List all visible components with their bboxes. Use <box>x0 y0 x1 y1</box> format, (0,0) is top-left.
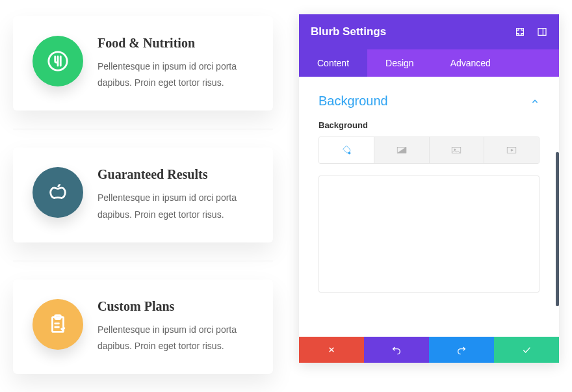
svg-rect-4 <box>538 29 546 36</box>
blurb-card-custom-plans[interactable]: Custom Plans Pellentesque in ipsum id or… <box>13 280 273 374</box>
tab-design[interactable]: Design <box>367 49 432 77</box>
bg-tab-color[interactable] <box>319 137 374 163</box>
expand-icon[interactable] <box>515 27 525 37</box>
divider <box>13 261 273 261</box>
bg-tab-image[interactable] <box>430 137 485 163</box>
redo-button[interactable] <box>429 337 494 363</box>
card-title: Food & Nutrition <box>98 36 254 51</box>
clipboard-check-icon <box>32 299 83 350</box>
svg-point-6 <box>348 152 350 154</box>
delete-button[interactable] <box>299 337 364 363</box>
settings-tabs: Content Design Advanced <box>299 49 559 77</box>
panel-header: Blurb Settings <box>299 14 559 49</box>
scrollbar-thumb[interactable] <box>556 152 559 306</box>
section-header-background[interactable]: Background <box>318 94 540 109</box>
background-type-tabs <box>318 137 540 164</box>
blurb-card-food-nutrition[interactable]: Food & Nutrition Pellentesque in ipsum i… <box>13 16 273 111</box>
card-title: Guaranteed Results <box>98 167 254 182</box>
layout-icon[interactable] <box>537 27 547 37</box>
card-desc: Pellentesque in ipsum id orci porta dapi… <box>98 190 254 222</box>
field-label-background: Background <box>318 120 540 130</box>
card-desc: Pellentesque in ipsum id orci porta dapi… <box>98 59 254 91</box>
divider <box>13 129 273 129</box>
utensils-icon <box>32 36 83 86</box>
svg-marker-12 <box>511 150 513 151</box>
undo-button[interactable] <box>364 337 429 363</box>
apple-icon <box>32 167 83 218</box>
bg-tab-video[interactable] <box>484 137 539 163</box>
svg-marker-8 <box>397 148 406 153</box>
blurb-card-guaranteed-results[interactable]: Guaranteed Results Pellentesque in ipsum… <box>13 148 273 242</box>
panel-body: Background Background <box>299 77 559 337</box>
settings-panel: Blurb Settings Content Design Advanced B… <box>299 14 559 363</box>
save-button[interactable] <box>494 337 559 363</box>
tab-advanced[interactable]: Advanced <box>432 49 509 77</box>
section-title: Background <box>318 94 388 109</box>
bg-tab-gradient[interactable] <box>374 137 430 163</box>
svg-rect-3 <box>517 29 524 36</box>
panel-title: Blurb Settings <box>311 25 386 38</box>
card-title: Custom Plans <box>98 299 254 314</box>
svg-point-10 <box>454 149 456 150</box>
chevron-up-icon[interactable] <box>530 97 540 106</box>
card-desc: Pellentesque in ipsum id orci porta dapi… <box>98 322 254 354</box>
action-bar <box>299 337 559 363</box>
tab-content[interactable]: Content <box>299 49 367 77</box>
background-preview[interactable] <box>318 176 540 293</box>
